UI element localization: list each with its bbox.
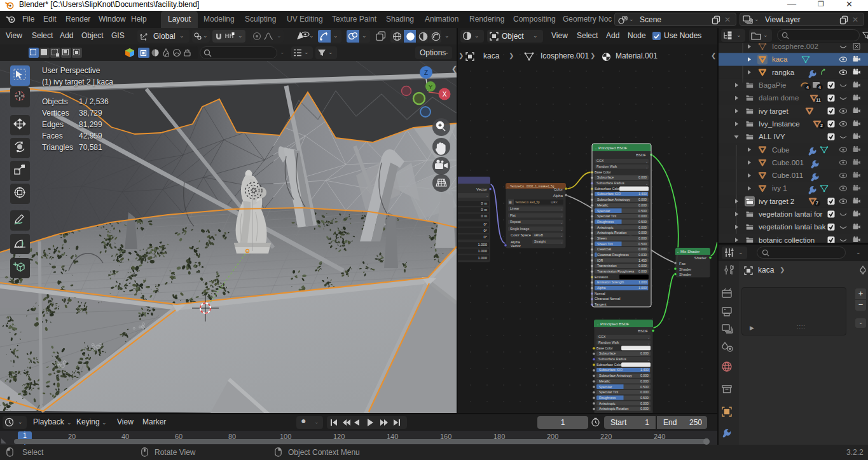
svg-text:Transmission: Transmission: [597, 264, 617, 267]
svg-text:1.450: 1.450: [638, 259, 647, 262]
svg-text:Specular Tint: Specular Tint: [597, 214, 617, 218]
svg-text:0.000: 0.000: [640, 402, 649, 405]
svg-text:0.500: 0.500: [638, 220, 647, 224]
svg-text:Single Image: Single Image: [510, 227, 529, 231]
svg-text:4: 4: [806, 85, 809, 90]
svg-text:⌄: ⌄: [507, 185, 509, 188]
svg-text:Roughness: Roughness: [599, 396, 616, 400]
svg-text:GGX: GGX: [598, 335, 606, 339]
svg-text:GGX: GGX: [596, 159, 604, 163]
svg-text:0.000: 0.000: [638, 175, 647, 179]
svg-text:⌄: ⌄: [645, 159, 648, 163]
svg-text:Normal: Normal: [595, 292, 605, 295]
svg-text:0.000: 0.000: [640, 390, 649, 394]
svg-text:⌄: ⌄: [647, 335, 650, 339]
svg-text:0.000: 0.000: [638, 203, 647, 207]
svg-text:0°: 0°: [483, 229, 487, 233]
svg-text:ivy target: ivy target: [759, 107, 789, 115]
svg-text:Base Color: Base Color: [595, 170, 611, 174]
svg-text:0.000: 0.000: [638, 231, 647, 234]
svg-text:ivy target 2: ivy target 2: [759, 198, 794, 205]
svg-text:Cube.011: Cube.011: [772, 172, 803, 179]
svg-text:⌄: ⌄: [596, 322, 599, 326]
svg-text:0.000: 0.000: [638, 226, 647, 229]
svg-text:7: 7: [816, 201, 818, 205]
svg-text:Principled BSDF: Principled BSDF: [600, 321, 630, 326]
svg-text:0.500: 0.500: [638, 209, 647, 213]
svg-text:❮: ❮: [451, 65, 457, 73]
svg-text:Shader: Shader: [694, 256, 706, 260]
svg-text:Shader: Shader: [679, 273, 691, 276]
svg-text:0.000: 0.000: [638, 214, 647, 218]
svg-text:BSDF: BSDF: [638, 329, 648, 333]
svg-text:0.000: 0.000: [638, 269, 647, 273]
svg-text:Color: Color: [554, 187, 563, 191]
svg-text:Fac: Fac: [679, 262, 685, 266]
svg-text:0°: 0°: [483, 222, 487, 226]
svg-text:⌄: ⌄: [560, 240, 563, 244]
svg-text:botanic collection: botanic collection: [759, 236, 815, 243]
svg-text:⌄: ⌄: [647, 341, 650, 345]
svg-text:⎘▣✕: ⎘▣✕: [551, 201, 558, 204]
svg-text:⌄: ⌄: [560, 207, 563, 211]
svg-text:Subsurface Radius: Subsurface Radius: [596, 181, 624, 185]
svg-text:⌄: ⌄: [645, 165, 648, 169]
svg-text:Tangent: Tangent: [595, 302, 607, 306]
svg-text:Anisotropic: Anisotropic: [597, 226, 614, 229]
svg-text:TextureCo...0002_1_masked_5g: TextureCo...0002_1_masked_5g: [510, 185, 555, 188]
svg-text:Icosphere.002: Icosphere.002: [772, 43, 818, 50]
svg-text:0.000: 0.000: [640, 379, 649, 383]
svg-text:1.000: 1.000: [638, 280, 647, 284]
svg-text:▦: ▦: [509, 200, 512, 204]
svg-text:⌄: ⌄: [560, 234, 563, 238]
svg-text:Vector: Vector: [476, 187, 487, 191]
svg-text:0 m: 0 m: [481, 201, 487, 205]
svg-text:⌄: ⌄: [677, 250, 679, 254]
svg-text:Emission Strength: Emission Strength: [597, 280, 624, 284]
svg-text:⌄: ⌄: [486, 194, 488, 198]
svg-text:0 m: 0 m: [481, 214, 487, 218]
svg-text:Sheen Tint: Sheen Tint: [597, 242, 613, 246]
svg-text:1.000: 1.000: [478, 249, 487, 253]
svg-text:0 m: 0 m: [481, 208, 487, 212]
svg-text:ALL IVY: ALL IVY: [759, 133, 785, 140]
svg-text:Random Walk: Random Walk: [596, 165, 617, 168]
svg-text:Subsurface Radius: Subsurface Radius: [598, 357, 626, 361]
svg-text:0.000: 0.000: [638, 236, 647, 240]
svg-text:⌄: ⌄: [645, 182, 648, 186]
svg-text:Subsurface: Subsurface: [597, 175, 614, 179]
svg-text:Metallic: Metallic: [599, 379, 610, 383]
svg-text:Specular: Specular: [597, 209, 610, 213]
svg-text:0.000: 0.000: [638, 198, 647, 201]
svg-text:vegetation lantai for: vegetation lantai for: [759, 210, 823, 218]
svg-text:⌄: ⌄: [595, 146, 597, 150]
svg-text:Anisotropic Rotation: Anisotropic Rotation: [599, 407, 629, 410]
svg-text:0.500: 0.500: [638, 242, 647, 246]
svg-text:0.500: 0.500: [640, 396, 649, 400]
svg-text:rangka: rangka: [772, 69, 795, 76]
svg-text:Alpha: Alpha: [553, 194, 563, 198]
svg-text:1.000: 1.000: [478, 243, 487, 247]
svg-text:Flat: Flat: [510, 213, 516, 217]
svg-text:BSDF: BSDF: [636, 153, 646, 157]
svg-text:Color Space: Color Space: [511, 233, 531, 237]
svg-text:Transmission Roughness: Transmission Roughness: [597, 269, 635, 273]
svg-text:Subsurface: Subsurface: [599, 351, 616, 355]
svg-text:0.000: 0.000: [638, 247, 647, 251]
svg-text:Y: Y: [429, 84, 432, 90]
svg-text:1.400: 1.400: [638, 192, 647, 196]
svg-text:0.000: 0.000: [640, 351, 649, 355]
svg-text:Cube: Cube: [772, 146, 790, 154]
svg-text:Principled BSDF: Principled BSDF: [598, 145, 628, 150]
svg-text:Alpha: Alpha: [597, 286, 605, 290]
svg-text:dalam dome: dalam dome: [759, 94, 799, 102]
svg-text:Emission: Emission: [595, 275, 608, 279]
svg-text:11: 11: [816, 98, 821, 102]
svg-text:Clearcoat: Clearcoat: [597, 247, 612, 251]
svg-text:Subsurface Color: Subsurface Color: [596, 363, 622, 367]
svg-text:Vector: Vector: [511, 244, 521, 248]
svg-text:Subsurface Color: Subsurface Color: [595, 187, 620, 191]
svg-text:Clearcoat Normal: Clearcoat Normal: [595, 297, 620, 301]
svg-text:sRGB: sRGB: [534, 233, 543, 237]
svg-text:Sheen: Sheen: [597, 236, 607, 240]
